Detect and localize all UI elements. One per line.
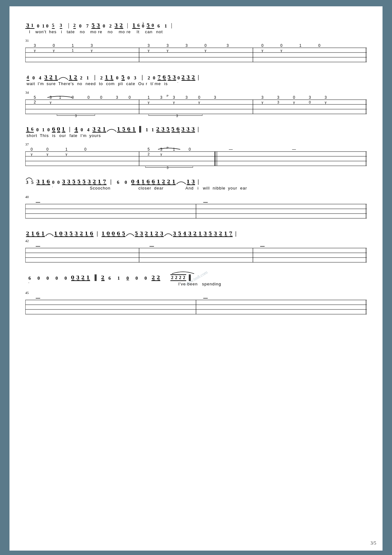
note: 0 [36, 127, 39, 133]
note: 0 [127, 75, 130, 81]
note: 0 [116, 75, 119, 81]
svg-text:γ: γ [91, 48, 93, 52]
svg-text:0: 0 [309, 100, 311, 104]
svg-text:3: 3 [91, 43, 93, 48]
lyric: i [58, 29, 65, 34]
lyric: no [104, 29, 117, 34]
note: 0̲ [57, 126, 60, 133]
barline: | [198, 178, 199, 185]
note: 1̲ [62, 126, 65, 133]
note: 5̲ 3̲ [135, 231, 144, 237]
staff-40: 40 — — [25, 195, 367, 223]
note: 0 [33, 75, 35, 81]
note: 4 [39, 75, 42, 81]
svg-text:1: 1 [72, 43, 74, 48]
lyric: fate [68, 133, 79, 138]
note: 3 [134, 75, 137, 81]
lyric: i [195, 186, 201, 190]
note: 5 [52, 23, 55, 29]
barline: | [142, 74, 143, 81]
barline: | [198, 74, 199, 81]
svg-text:0: 0 [198, 95, 200, 100]
note: 2̲ 3̲ 2̲ [181, 74, 195, 81]
note: 3 [60, 23, 63, 29]
note: 1̲ 3̲ [187, 179, 195, 185]
note: 2̲ 2̲ [151, 275, 160, 281]
note: 2 [100, 75, 103, 81]
note: 0̲ 4̲ 1̲ 6̲ 6̲ 1̲ 2̲ 2̲ 1̲ [131, 179, 176, 185]
note: 1 [117, 276, 120, 281]
note: 0 [46, 276, 49, 281]
svg-text:γ: γ [167, 48, 168, 52]
note: 0 [56, 276, 58, 281]
svg-text:0: 0 [261, 43, 264, 48]
note: 5̲ [121, 74, 125, 81]
svg-text:3: 3 [148, 43, 150, 48]
lyric: nibble [211, 186, 227, 190]
svg-text:3: 3 [167, 166, 168, 170]
lyric: closer [137, 186, 153, 190]
note: 0 [126, 276, 129, 281]
note: 1 [151, 127, 154, 133]
note: 6 [117, 180, 120, 185]
svg-text:1: 1 [148, 95, 150, 100]
svg-text:0: 0 [189, 147, 191, 152]
note: 3̲ 2̲ [114, 22, 123, 29]
svg-text:5: 5 [34, 95, 36, 100]
staff-34: 34 5 3 1 0 0 0 3 0 2 γ 3 [25, 90, 367, 119]
lyric: This [39, 133, 50, 138]
note: 5̲ 6̲· [171, 126, 180, 133]
note: 0̲ 3̲ 2̲ 1̲ [71, 275, 90, 281]
note: 7 [86, 23, 89, 29]
lyric: will [201, 186, 211, 190]
section-7: 3 5 3̲ 1̲ 6̲ 0· 0 3̲ 3̲ 5̲ 5̲ 5̲ 3̲ 2̲ 1… [25, 174, 367, 193]
svg-text:γ: γ [261, 100, 263, 104]
lyric: It [133, 29, 143, 34]
lyric: I'm [79, 133, 88, 138]
note: 0· [153, 75, 156, 81]
note: 3̲ 5̲ 4̲ 3̲ 2̲ 1̲ 3̲ 5̲ 3̲ 2̲ 1̲ 7̲ [173, 231, 233, 237]
svg-text:γ: γ [46, 152, 48, 156]
svg-text:—: — [203, 200, 208, 205]
lyric: no [75, 81, 84, 86]
svg-text:γ: γ [293, 100, 295, 104]
svg-text:3: 3 [277, 100, 279, 104]
tab-staff-svg-34: 5 3 1 0 0 0 3 0 2 γ 3 1 3 3 P 3 0 3 [25, 95, 367, 119]
svg-text:0: 0 [205, 43, 207, 48]
svg-text:0: 0 [100, 95, 102, 100]
svg-text:3: 3 [50, 95, 52, 100]
svg-text:3: 3 [160, 95, 162, 100]
lyric: short [25, 133, 39, 138]
lyric: spending [199, 282, 224, 286]
measure-number-37: 37 [25, 142, 367, 146]
lyric: wait [25, 81, 36, 86]
lyric: our [58, 133, 68, 138]
svg-text:3: 3 [173, 95, 175, 100]
note: 1̲ 6 [26, 126, 34, 133]
note: 3̲ 3̲ 5̲ 5̲ 5̲ 3̲ 2̲ 1̲ 7̲ [62, 179, 107, 185]
svg-text:3: 3 [309, 95, 311, 100]
svg-text:γ: γ [198, 100, 200, 104]
measure-number-40: 40 [25, 195, 367, 199]
lyric: I'm [36, 81, 45, 86]
note: 1̲ 0̲ 0̲ 6̲ 5̲ [101, 231, 126, 237]
note: 2̲ [101, 275, 105, 281]
lyric: dear [153, 186, 165, 190]
note: 6̲ [52, 126, 55, 133]
barline: | [235, 230, 237, 237]
note: 1̲ 0̲ 3̲ 5̲ 3̲ 2̲ 1̲ 6̲ [54, 231, 94, 237]
svg-text:1: 1 [65, 147, 68, 152]
note: 7̲ 6̲ [157, 74, 166, 81]
note: 1 [42, 23, 45, 29]
barline: | [68, 22, 70, 29]
section-1: 3̲ 1 0 1 0 5 3 | 2 0 7 5̲ 3̲ 0 2 3̲ 2̲ |… [25, 16, 367, 37]
tab-staff-svg-42: — — — [25, 243, 367, 267]
svg-text:—: — [36, 200, 40, 205]
barline: | [69, 126, 71, 133]
note: 1̲ 1̲ [105, 74, 113, 81]
svg-text:—: — [36, 296, 40, 301]
svg-text:3: 3 [34, 43, 36, 48]
barline: | [198, 126, 199, 133]
tab-staff-svg-45: — — [25, 295, 367, 319]
note: 0 [46, 23, 49, 29]
